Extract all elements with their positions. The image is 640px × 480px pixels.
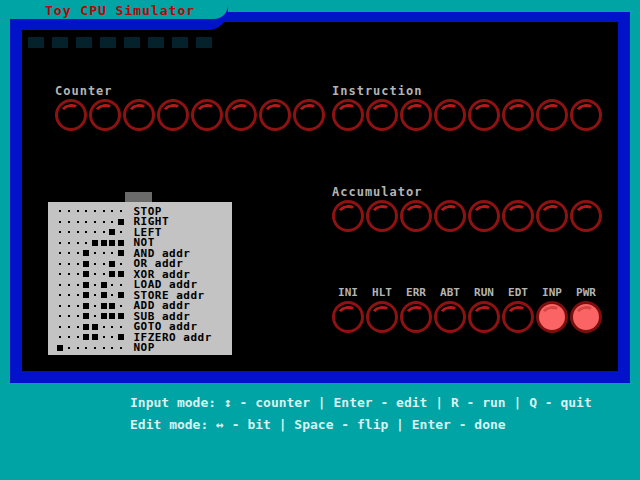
- status-led-label: INI: [332, 287, 364, 299]
- bit-zero-icon: [56, 336, 65, 338]
- bit-zero-icon: [91, 273, 100, 275]
- bit-one-icon: [82, 282, 91, 288]
- led-glint-icon: [403, 102, 427, 123]
- bit-zero-icon: [56, 305, 65, 307]
- instruction-leds: [332, 99, 602, 131]
- bit-zero-icon: [108, 326, 117, 328]
- bit-one-icon: [99, 303, 108, 309]
- status-led-labels: INIHLTERRABTRUNEDTINPPWR: [332, 287, 602, 299]
- status-led-label: ERR: [400, 287, 432, 299]
- bit-zero-icon: [56, 242, 65, 244]
- instruction-name: NOP: [134, 341, 155, 354]
- input-mode-hint: Input mode: ↕ - counter | Enter - edit |…: [130, 395, 592, 410]
- led-off: [400, 301, 432, 333]
- bit-zero-icon: [65, 263, 74, 265]
- led-off: [89, 99, 121, 131]
- bit-zero-icon: [91, 252, 100, 254]
- bit-one-icon: [117, 292, 126, 298]
- bit-one-icon: [117, 250, 126, 256]
- bit-zero-icon: [91, 263, 100, 265]
- bit-one-icon: [56, 345, 65, 351]
- counter-leds: [55, 99, 325, 131]
- app-window: Toy CPU Simulator Counter Instruction Ac…: [0, 0, 640, 480]
- bit-zero-icon: [108, 336, 117, 338]
- bit-one-icon: [91, 240, 100, 246]
- bit-one-icon: [108, 229, 117, 235]
- led-off: [259, 99, 291, 131]
- led-glint-icon: [539, 102, 563, 123]
- bit-zero-icon: [82, 231, 91, 233]
- status-led-label: RUN: [468, 287, 500, 299]
- led-glint-icon: [369, 102, 393, 123]
- bit-one-icon: [91, 324, 100, 330]
- led-glint-icon: [573, 304, 597, 325]
- led-glint-icon: [573, 203, 597, 224]
- bit-zero-icon: [56, 231, 65, 233]
- led-off: [468, 99, 500, 131]
- bit-zero-icon: [117, 210, 126, 212]
- bit-zero-icon: [73, 263, 82, 265]
- status-panel: INIHLTERRABTRUNEDTINPPWR: [332, 287, 602, 333]
- bit-one-icon: [82, 292, 91, 298]
- bit-zero-icon: [91, 210, 100, 212]
- bit-zero-icon: [65, 210, 74, 212]
- led-off: [332, 99, 364, 131]
- bit-one-icon: [117, 313, 126, 319]
- led-glint-icon: [160, 102, 184, 123]
- led-off: [400, 200, 432, 232]
- led-on: [536, 301, 568, 333]
- bit-zero-icon: [56, 315, 65, 317]
- led-off: [366, 99, 398, 131]
- led-glint-icon: [369, 203, 393, 224]
- bit-zero-icon: [65, 231, 74, 233]
- led-off: [468, 301, 500, 333]
- led-off: [502, 99, 534, 131]
- bit-zero-icon: [56, 263, 65, 265]
- led-glint-icon: [539, 304, 563, 325]
- led-glint-icon: [471, 102, 495, 123]
- bit-zero-icon: [56, 326, 65, 328]
- bit-zero-icon: [99, 252, 108, 254]
- led-glint-icon: [471, 203, 495, 224]
- led-glint-icon: [262, 102, 286, 123]
- bit-one-icon: [108, 303, 117, 309]
- bit-zero-icon: [73, 273, 82, 275]
- bit-zero-icon: [73, 326, 82, 328]
- bit-zero-icon: [108, 347, 117, 349]
- led-off: [502, 301, 534, 333]
- bit-zero-icon: [108, 252, 117, 254]
- bit-zero-icon: [108, 284, 117, 286]
- bit-zero-icon: [108, 210, 117, 212]
- bit-zero-icon: [73, 252, 82, 254]
- status-led-label: EDT: [502, 287, 534, 299]
- bit-zero-icon: [65, 242, 74, 244]
- instruction-register: Instruction: [332, 85, 602, 131]
- accumulator-leds: [332, 200, 602, 232]
- led-glint-icon: [194, 102, 218, 123]
- bit-zero-icon: [99, 336, 108, 338]
- led-off: [225, 99, 257, 131]
- counter-register: Counter: [55, 85, 325, 131]
- edit-mode-hint: Edit mode: ↔ - bit | Space - flip | Ente…: [130, 417, 506, 432]
- led-off: [434, 200, 466, 232]
- bit-zero-icon: [56, 210, 65, 212]
- bit-zero-icon: [73, 284, 82, 286]
- led-glint-icon: [335, 102, 359, 123]
- bit-one-icon: [99, 292, 108, 298]
- bit-zero-icon: [73, 315, 82, 317]
- led-glint-icon: [335, 203, 359, 224]
- instruction-row: NOP: [48, 343, 232, 354]
- bit-zero-icon: [65, 315, 74, 317]
- led-glint-icon: [126, 102, 150, 123]
- bit-zero-icon: [117, 347, 126, 349]
- accumulator-register: Accumulator: [332, 186, 602, 232]
- bit-zero-icon: [73, 347, 82, 349]
- led-glint-icon: [403, 304, 427, 325]
- led-glint-icon: [437, 203, 461, 224]
- bit-one-icon: [82, 313, 91, 319]
- bit-zero-icon: [99, 347, 108, 349]
- bit-zero-icon: [73, 221, 82, 223]
- bit-zero-icon: [65, 326, 74, 328]
- led-off: [191, 99, 223, 131]
- title-tab-surface: Toy CPU Simulator: [10, 0, 228, 19]
